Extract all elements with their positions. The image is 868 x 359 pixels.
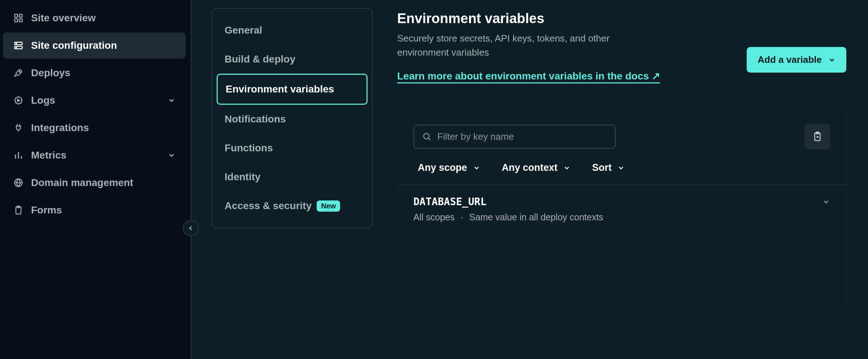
nav-integrations[interactable]: Integrations: [3, 115, 186, 141]
clipboard-icon: [13, 205, 24, 216]
nav-label: Site overview: [31, 12, 175, 24]
server-icon: [13, 40, 24, 51]
svg-point-6: [16, 43, 17, 44]
subnav-notifications[interactable]: Notifications: [217, 105, 368, 134]
main-content: Environment variables Securely store sec…: [386, 0, 868, 359]
page-title: Environment variables: [397, 11, 660, 26]
nav-metrics[interactable]: Metrics: [3, 142, 186, 168]
clipboard-import-icon: [812, 131, 823, 142]
subnav-label: Environment variables: [226, 83, 334, 95]
settings-subnav-box: General Build & deploy Environment varia…: [212, 8, 373, 228]
filter-scope-label: Any scope: [418, 162, 467, 173]
add-variable-label: Add a variable: [758, 54, 822, 65]
svg-point-8: [19, 71, 20, 72]
env-var-row[interactable]: DATABASE_URL: [398, 185, 846, 209]
env-var-context: Same value in all deploy contexts: [469, 212, 603, 222]
svg-line-14: [428, 138, 430, 140]
plug-icon: [13, 122, 24, 133]
gear-play-icon: [13, 95, 24, 106]
svg-rect-3: [19, 19, 22, 22]
subnav-access-security[interactable]: Access & security New: [217, 191, 368, 220]
nav-label: Deploys: [31, 67, 175, 79]
search-icon: [422, 132, 431, 141]
filter-sort[interactable]: Sort: [592, 162, 625, 173]
nav-site-configuration[interactable]: Site configuration: [3, 33, 186, 59]
svg-rect-1: [19, 14, 22, 17]
settings-subnav: General Build & deploy Environment varia…: [191, 0, 386, 359]
chevron-down-icon: [828, 56, 836, 64]
chevron-down-icon: [822, 198, 830, 206]
nav-forms[interactable]: Forms: [3, 197, 186, 223]
svg-point-13: [424, 134, 429, 139]
subnav-label: Identity: [225, 171, 261, 183]
chevron-down-icon: [563, 164, 570, 172]
nav-domain-management[interactable]: Domain management: [3, 170, 186, 196]
collapse-sidebar-button[interactable]: [183, 220, 199, 236]
subnav-functions[interactable]: Functions: [217, 134, 368, 163]
new-badge: New: [317, 200, 340, 212]
nav-label: Integrations: [31, 122, 175, 134]
svg-rect-0: [15, 14, 18, 17]
filter-context-label: Any context: [502, 162, 558, 173]
subnav-label: Build & deploy: [225, 53, 295, 65]
separator-dot: ·: [461, 212, 463, 222]
bar-chart-icon: [13, 150, 24, 161]
primary-nav: Site overview Site configuration Deploys…: [0, 0, 191, 359]
filter-scope[interactable]: Any scope: [418, 162, 480, 173]
subnav-label: Access & security: [225, 200, 312, 212]
external-link-icon: ↗: [652, 70, 660, 82]
chevron-down-icon: [617, 164, 625, 172]
env-vars-card: Any scope Any context Sort DATABASE_URL: [397, 109, 846, 307]
page-subtitle: Securely store secrets, API keys, tokens…: [397, 31, 657, 60]
svg-rect-2: [15, 19, 18, 22]
env-var-key: DATABASE_URL: [413, 196, 486, 208]
nav-site-overview[interactable]: Site overview: [3, 5, 186, 31]
nav-label: Logs: [31, 95, 160, 106]
rocket-icon: [13, 68, 24, 78]
learn-more-link[interactable]: Learn more about environment variables i…: [397, 68, 660, 84]
env-var-meta: All scopes · Same value in all deploy co…: [398, 209, 846, 235]
chevron-down-icon: [473, 164, 480, 172]
search-input[interactable]: [437, 131, 607, 142]
globe-icon: [13, 177, 24, 188]
chevron-down-icon: [168, 96, 175, 104]
subnav-label: Notifications: [225, 113, 286, 125]
chevron-down-icon: [168, 151, 175, 159]
nav-deploys[interactable]: Deploys: [3, 60, 186, 86]
subnav-build-deploy[interactable]: Build & deploy: [217, 45, 368, 74]
import-env-button[interactable]: [805, 124, 830, 149]
subnav-environment-variables[interactable]: Environment variables: [217, 74, 368, 105]
grid-icon: [13, 13, 24, 23]
filter-sort-label: Sort: [592, 162, 612, 173]
add-variable-button[interactable]: Add a variable: [747, 47, 846, 73]
svg-point-7: [16, 47, 17, 48]
env-var-scope: All scopes: [413, 212, 455, 222]
subnav-identity[interactable]: Identity: [217, 163, 368, 191]
learn-more-text: Learn more about environment variables i…: [397, 70, 649, 82]
nav-label: Forms: [31, 204, 175, 216]
nav-label: Domain management: [31, 177, 175, 189]
subnav-label: General: [225, 25, 262, 36]
subnav-general[interactable]: General: [217, 16, 368, 45]
subnav-label: Functions: [225, 142, 273, 154]
search-box[interactable]: [413, 125, 616, 149]
filter-context[interactable]: Any context: [502, 162, 571, 173]
nav-label: Site configuration: [31, 40, 175, 51]
nav-logs[interactable]: Logs: [3, 87, 186, 113]
nav-label: Metrics: [31, 150, 160, 161]
